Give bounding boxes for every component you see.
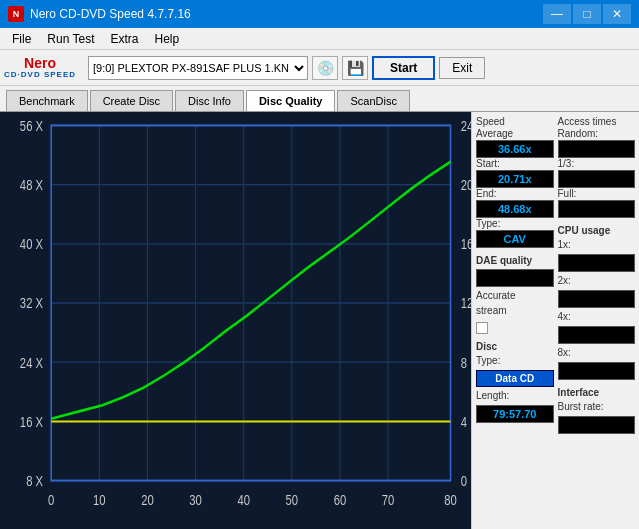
dae-label: DAE quality [476,255,554,266]
chart-svg: 56 X 48 X 40 X 32 X 24 X 16 X 8 X 24 20 … [0,112,471,529]
svg-text:80: 80 [444,491,457,508]
menu-run-test[interactable]: Run Test [39,30,102,48]
svg-text:56 X: 56 X [20,117,43,134]
svg-text:60: 60 [334,491,347,508]
interface-label: Interface [558,387,636,398]
left-stats-col: Speed Average 36.66x Start: 20.71x End: … [476,116,554,525]
full-value [558,200,636,218]
eject-icon-button[interactable]: 💿 [312,56,338,80]
start-button[interactable]: Start [372,56,435,80]
full-label: Full: [558,188,636,199]
cpu-8x-value [558,362,636,380]
svg-text:0: 0 [48,491,54,508]
menu-help[interactable]: Help [147,30,188,48]
main-content: 56 X 48 X 40 X 32 X 24 X 16 X 8 X 24 20 … [0,112,639,529]
nero-logo-bottom: CD·DVD SPEED [4,70,76,79]
cpu-label: CPU usage [558,225,636,236]
svg-text:10: 10 [93,491,106,508]
cpu-2x-label: 2x: [558,275,636,286]
burst-label: Burst rate: [558,401,636,412]
disc-type-label: Type: [476,355,554,366]
speed-label: Speed [476,116,554,127]
svg-text:50: 50 [286,491,299,508]
svg-text:24: 24 [461,117,471,134]
panel-columns: Speed Average 36.66x Start: 20.71x End: … [476,116,635,525]
end-label: End: [476,188,554,199]
title-bar-controls: — □ ✕ [543,4,631,24]
average-value: 36.66x [476,140,554,158]
cpu-4x-value [558,326,636,344]
tab-create-disc[interactable]: Create Disc [90,90,173,111]
start-value: 20.71x [476,170,554,188]
cpu-2x-value [558,290,636,308]
toolbar: Nero CD·DVD SPEED [9:0] PLEXTOR PX-891SA… [0,50,639,86]
access-label: Access times [558,116,636,127]
minimize-button[interactable]: — [543,4,571,24]
access-times-group: Access times Random: 1/3: Full: [558,116,636,218]
cpu-1x-value [558,254,636,272]
accurate-stream-checkbox[interactable] [476,322,488,334]
tab-bar: Benchmark Create Disc Disc Info Disc Qua… [0,86,639,112]
average-label: Average [476,128,554,139]
cpu-1x-label: 1x: [558,239,636,250]
title-bar-left: N Nero CD-DVD Speed 4.7.7.16 [8,6,191,22]
disc-type-value: Data CD [476,370,554,387]
svg-text:20: 20 [461,177,471,194]
end-value: 48.68x [476,200,554,218]
svg-text:32 X: 32 X [20,295,43,312]
cpu-8x-label: 8x: [558,347,636,358]
svg-text:16 X: 16 X [20,413,43,430]
svg-text:8: 8 [461,354,467,371]
one-third-label: 1/3: [558,158,636,169]
dae-value [476,269,554,287]
menu-extra[interactable]: Extra [102,30,146,48]
drive-select[interactable]: [9:0] PLEXTOR PX-891SAF PLUS 1.KN [88,56,308,80]
chart-area: 56 X 48 X 40 X 32 X 24 X 16 X 8 X 24 20 … [0,112,471,529]
svg-text:40: 40 [237,491,250,508]
tab-benchmark[interactable]: Benchmark [6,90,88,111]
save-icon-button[interactable]: 💾 [342,56,368,80]
nero-logo-top: Nero [24,56,56,70]
app-icon: N [8,6,24,22]
tab-disc-quality[interactable]: Disc Quality [246,90,336,111]
start-label: Start: [476,158,554,169]
svg-text:12: 12 [461,295,471,312]
exit-button[interactable]: Exit [439,57,485,79]
menu-bar: File Run Test Extra Help [0,28,639,50]
tab-scan-disc[interactable]: ScanDisc [337,90,409,111]
random-value [558,140,636,158]
length-label: Length: [476,390,554,401]
type-label: Type: [476,218,554,229]
svg-text:24 X: 24 X [20,354,43,371]
svg-text:8 X: 8 X [26,472,43,489]
random-label: Random: [558,128,636,139]
svg-rect-0 [0,112,471,529]
svg-text:70: 70 [382,491,395,508]
length-value: 79:57.70 [476,405,554,423]
svg-text:4: 4 [461,413,467,430]
maximize-button[interactable]: □ [573,4,601,24]
right-stats-col: Access times Random: 1/3: Full: CPU usag… [558,116,636,525]
svg-text:48 X: 48 X [20,177,43,194]
svg-text:0: 0 [461,472,467,489]
speed-group: Speed Average 36.66x Start: 20.71x End: … [476,116,554,248]
accurate-label: Accurate [476,290,554,301]
type-value: CAV [476,230,554,248]
close-button[interactable]: ✕ [603,4,631,24]
accurate-stream-row [476,322,554,334]
title-bar: N Nero CD-DVD Speed 4.7.7.16 — □ ✕ [0,0,639,28]
svg-text:30: 30 [189,491,202,508]
tab-disc-info[interactable]: Disc Info [175,90,244,111]
svg-text:16: 16 [461,236,471,253]
one-third-value [558,170,636,188]
right-panel: Speed Average 36.66x Start: 20.71x End: … [471,112,639,529]
cpu-4x-label: 4x: [558,311,636,322]
stream-label: stream [476,305,554,316]
window-title: Nero CD-DVD Speed 4.7.7.16 [30,7,191,21]
nero-logo: Nero CD·DVD SPEED [4,56,76,79]
svg-text:20: 20 [141,491,154,508]
disc-label: Disc [476,341,554,352]
burst-value [558,416,636,434]
menu-file[interactable]: File [4,30,39,48]
svg-text:40 X: 40 X [20,236,43,253]
